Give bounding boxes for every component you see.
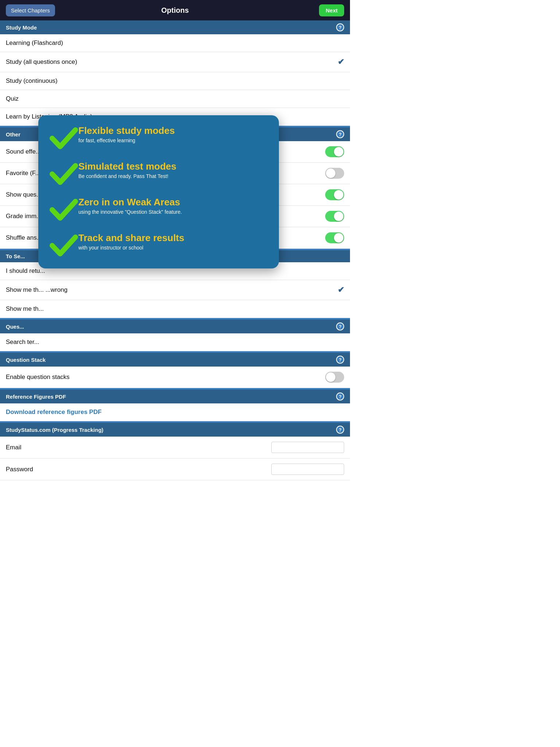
promo-text-3: Track and share results with your instru… — [78, 233, 184, 251]
app-header: Select Chapters Options Next — [0, 0, 350, 20]
favorite-toggle[interactable] — [325, 168, 344, 179]
password-row: Password — [0, 458, 350, 480]
to-see-item-1[interactable]: Show me th... ...wrong ✔ — [0, 280, 350, 300]
study-mode-title: Study Mode — [6, 24, 37, 31]
select-chapters-button[interactable]: Select Chapters — [6, 4, 55, 16]
promo-text-1: Simulated test modes Be confident and re… — [78, 161, 176, 179]
promo-row-3: Track and share results with your instru… — [49, 233, 268, 258]
selected-checkmark-1: ✔ — [338, 57, 344, 67]
question-filter-section-header: Ques... ? — [0, 320, 350, 333]
sound-effects-toggle[interactable] — [325, 146, 344, 157]
reference-pdf-section-header: Reference Figures PDF ? — [0, 390, 350, 403]
question-stack-title: Question Stack — [6, 357, 46, 363]
next-button[interactable]: Next — [319, 4, 344, 16]
promo-text-0: Flexible study modes for fast, effective… — [78, 125, 175, 143]
other-title: Other — [6, 131, 20, 138]
study-mode-item-2[interactable]: Study (continuous) — [0, 72, 350, 90]
selected-checkmark-to-see-1: ✔ — [338, 285, 344, 295]
show-questions-toggle[interactable] — [325, 189, 344, 200]
content-wrapper: Study Mode ? Learning (Flashcard) Study … — [0, 20, 350, 480]
reference-pdf-help-icon[interactable]: ? — [336, 392, 344, 400]
reference-pdf-link-item[interactable]: Download reference figures PDF — [0, 403, 350, 421]
email-row: Email — [0, 437, 350, 458]
study-status-help-icon[interactable]: ? — [336, 426, 344, 434]
promo-check-icon-2 — [49, 197, 78, 222]
email-input[interactable] — [271, 442, 344, 453]
promo-check-icon-1 — [49, 161, 78, 187]
promo-row-1: Simulated test modes Be confident and re… — [49, 161, 268, 187]
question-filter-item-0[interactable]: Search ter... — [0, 333, 350, 351]
promo-overlay: Flexible study modes for fast, effective… — [38, 115, 279, 268]
password-input[interactable] — [271, 464, 344, 475]
other-help-icon[interactable]: ? — [336, 130, 344, 138]
question-stack-help-icon[interactable]: ? — [336, 356, 344, 364]
study-mode-section-header: Study Mode ? — [0, 20, 350, 34]
grade-immediately-toggle[interactable] — [325, 211, 344, 222]
question-filter-help-icon[interactable]: ? — [336, 322, 344, 330]
shuffle-answers-toggle[interactable] — [325, 232, 344, 243]
question-filter-title: Ques... — [6, 324, 24, 330]
study-mode-item-0[interactable]: Learning (Flashcard) — [0, 34, 350, 52]
promo-row-0: Flexible study modes for fast, effective… — [49, 125, 268, 151]
study-mode-help-icon[interactable]: ? — [336, 23, 344, 31]
study-status-section-header: StudyStatus.com (Progress Tracking) ? — [0, 423, 350, 437]
study-mode-item-3[interactable]: Quiz — [0, 90, 350, 108]
promo-check-icon-3 — [49, 233, 78, 258]
study-mode-item-1[interactable]: Study (all questions once) ✔ — [0, 52, 350, 72]
promo-text-2: Zero in on Weak Areas using the innovati… — [78, 197, 182, 215]
promo-row-2: Zero in on Weak Areas using the innovati… — [49, 197, 268, 222]
question-stack-item-0[interactable]: Enable question stacks — [0, 367, 350, 388]
download-reference-pdf-link[interactable]: Download reference figures PDF — [6, 409, 102, 416]
to-see-title: To Se... — [6, 253, 25, 259]
promo-check-icon-0 — [49, 125, 78, 151]
study-status-title: StudyStatus.com (Progress Tracking) — [6, 427, 104, 433]
reference-pdf-title: Reference Figures PDF — [6, 394, 66, 400]
question-stack-section-header: Question Stack ? — [0, 353, 350, 367]
to-see-item-2[interactable]: Show me th... — [0, 300, 350, 318]
enable-question-stacks-toggle[interactable] — [325, 372, 344, 383]
page-title: Options — [161, 6, 189, 15]
